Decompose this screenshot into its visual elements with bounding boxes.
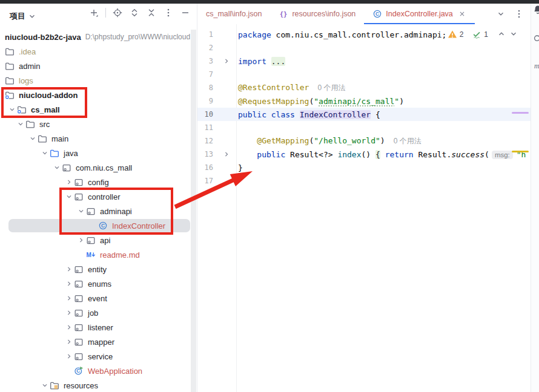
tree-item-logs[interactable]: logs <box>0 73 197 88</box>
chevron-down-icon[interactable] <box>52 163 62 172</box>
chevron-right-icon[interactable] <box>64 264 74 274</box>
chevron-right-icon[interactable] <box>64 177 74 187</box>
scrollbar-mark[interactable] <box>512 112 529 114</box>
chevron-down-icon[interactable] <box>7 105 17 114</box>
chevron-right-icon[interactable] <box>64 293 74 303</box>
maven-icon[interactable]: m <box>533 60 539 70</box>
close-icon[interactable] <box>458 10 466 18</box>
package-icon <box>74 279 84 289</box>
project-panel-title: 项目 <box>10 11 25 22</box>
tree-item-niucloud-b2b2c-java[interactable]: niucloud-b2b2c-javaD:\phpstudy_pro\WWW\n… <box>0 30 197 44</box>
gradle-icon[interactable] <box>533 33 539 42</box>
line-number[interactable]: 3 <box>197 57 213 65</box>
svg-text:M: M <box>87 252 91 258</box>
chevron-right-icon[interactable] <box>76 235 86 245</box>
code-token: public <box>238 110 266 119</box>
tree-item-adminapi[interactable]: adminapi <box>0 204 197 218</box>
tree-item-event[interactable]: event <box>0 291 197 305</box>
chevron-down-icon[interactable] <box>28 134 38 143</box>
line-number[interactable]: 8 <box>197 83 213 92</box>
chevron-right-icon[interactable] <box>64 337 74 347</box>
code-token: return <box>385 150 414 159</box>
chevron-down-icon <box>496 9 506 19</box>
src-folder-icon <box>50 148 59 158</box>
tree-item-cs-mall[interactable]: cs_mall <box>0 102 197 117</box>
project-tree-scrollbar[interactable] <box>191 30 196 392</box>
scrollbar-mark[interactable] <box>512 151 529 152</box>
line-number[interactable]: 2 <box>197 44 213 52</box>
chevron-down-icon[interactable] <box>16 119 25 129</box>
line-number[interactable]: 16 <box>197 163 213 172</box>
fold-arrow-icon[interactable] <box>220 149 233 159</box>
tree-item-label: resources <box>64 381 98 390</box>
tree-item-java[interactable]: java <box>0 146 197 160</box>
chevron-right-icon[interactable] <box>64 351 74 361</box>
tree-item-com-niu-cs-mall[interactable]: com.niu.cs_mall <box>0 160 197 175</box>
folder-icon <box>5 76 15 85</box>
project-view-selector[interactable]: 项目 <box>10 11 38 22</box>
code-lines: 1package com.niu.cs_mall.controller.admi… <box>197 28 531 188</box>
chevron-down-icon[interactable] <box>76 206 86 216</box>
tab-list-button[interactable] <box>495 8 506 19</box>
chevron-down-icon[interactable] <box>40 148 50 158</box>
expand-all-button[interactable] <box>129 7 140 18</box>
tree-item-service[interactable]: service <box>0 349 197 364</box>
code-line-10: 10public class IndexController { <box>197 108 531 121</box>
code-editor[interactable]: 1package com.niu.cs_mall.controller.admi… <box>197 24 531 392</box>
tree-item-webapplication[interactable]: CWebApplication <box>0 364 197 378</box>
tree-item-admin[interactable]: admin <box>0 59 197 73</box>
add-button[interactable] <box>88 7 99 18</box>
tab-options-button[interactable] <box>514 8 524 19</box>
code-token: " <box>314 97 319 106</box>
inspections-widget[interactable]: 21 <box>448 28 518 41</box>
line-number[interactable]: 9 <box>197 97 213 105</box>
line-number[interactable]: 7 <box>197 70 213 79</box>
collapse-all-button[interactable] <box>146 7 157 18</box>
code-token: @RequestMapping <box>238 97 309 106</box>
tree-item-main[interactable]: main <box>0 131 197 146</box>
locate-button[interactable] <box>112 7 123 18</box>
tree-item--idea[interactable]: .idea <box>0 44 197 59</box>
project-panel-toolbar <box>88 7 191 18</box>
line-number[interactable]: 17 <box>197 177 213 185</box>
tree-item-mapper[interactable]: mapper <box>0 335 197 349</box>
hide-button[interactable] <box>180 7 191 18</box>
tree-item-resources[interactable]: resources <box>0 378 197 392</box>
tab-label: resources\info.json <box>292 10 355 18</box>
chevron-down-icon[interactable] <box>40 381 50 390</box>
chevron-down-icon[interactable] <box>64 192 74 201</box>
tree-item-src[interactable]: src <box>0 117 197 131</box>
more-icon <box>164 8 173 18</box>
warning-icon <box>448 30 457 39</box>
tab-indexcontroller-java[interactable]: CIndexController.java <box>364 4 474 24</box>
tree-item-job[interactable]: job <box>0 305 197 320</box>
tree-item-label: java <box>64 149 78 158</box>
locate-icon <box>113 8 122 18</box>
notifications-icon[interactable] <box>533 5 539 15</box>
chevron-right-icon[interactable] <box>64 322 74 332</box>
tree-item-niucloud-addon[interactable]: niucloud-addon <box>0 88 197 102</box>
more-button[interactable] <box>163 7 174 18</box>
line-number[interactable]: 11 <box>197 123 213 132</box>
next-problem-button[interactable] <box>509 29 518 41</box>
tree-item-listener[interactable]: listener <box>0 320 197 335</box>
fold-arrow-icon[interactable] <box>220 56 233 66</box>
tree-item-readme-md[interactable]: Mreadme.md <box>0 247 197 262</box>
tree-item-controller[interactable]: controller <box>0 189 197 204</box>
tab-cs-mall-info-json[interactable]: cs_mall\info.json <box>197 4 270 24</box>
previous-problem-button[interactable] <box>497 29 506 41</box>
line-number[interactable]: 12 <box>197 137 213 145</box>
tree-item-config[interactable]: config <box>0 175 197 189</box>
line-number[interactable]: 1 <box>197 30 213 39</box>
tree-item-enums[interactable]: enums <box>0 276 197 291</box>
tree-item-indexcontroller[interactable]: CIndexController <box>0 218 197 233</box>
usages-hint: 0 个用法 <box>317 83 345 92</box>
chevron-right-icon[interactable] <box>64 279 74 289</box>
line-number[interactable]: 13 <box>197 150 213 158</box>
tab-resources-info-json[interactable]: {}resources\info.json <box>270 4 364 24</box>
chevron-right-icon[interactable] <box>64 308 74 318</box>
line-number[interactable]: 10 <box>197 110 213 119</box>
tree-item-entity[interactable]: entity <box>0 262 197 276</box>
code-token: @GetMapping <box>257 136 309 145</box>
tree-item-api[interactable]: api <box>0 233 197 247</box>
